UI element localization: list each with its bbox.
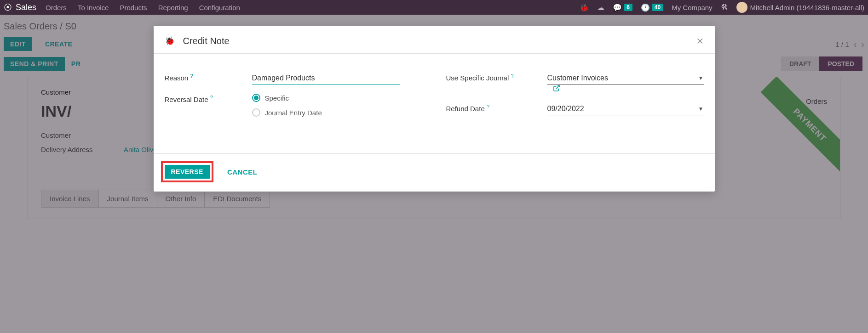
- help-icon[interactable]: ?: [487, 104, 489, 109]
- main-menu: Orders To Invoice Products Reporting Con…: [46, 4, 240, 11]
- activities-count: 40: [652, 4, 663, 11]
- refund-date-input[interactable]: 09/20/2022 ▼: [547, 103, 704, 115]
- journal-select[interactable]: Customer Invoices ▼: [547, 72, 704, 85]
- help-icon[interactable]: ?: [210, 95, 213, 100]
- specific-journal-label: Use Specific Journal: [446, 74, 509, 82]
- cancel-button[interactable]: CANCEL: [221, 161, 264, 182]
- help-icon[interactable]: ?: [190, 73, 193, 79]
- menu-reporting[interactable]: Reporting: [158, 4, 188, 11]
- credit-note-modal: 🐞 Credit Note × Reason ?: [154, 26, 715, 192]
- reason-input[interactable]: [252, 72, 400, 85]
- app-switcher[interactable]: ⦿ Sales: [4, 3, 36, 12]
- chevron-down-icon: ▼: [698, 75, 704, 81]
- company-name[interactable]: My Company: [672, 4, 712, 11]
- modal-overlay: 🐞 Credit Note × Reason ?: [0, 15, 868, 333]
- bug-icon[interactable]: 🐞: [580, 3, 589, 12]
- menu-configuration[interactable]: Configuration: [199, 4, 240, 11]
- app-name: Sales: [16, 3, 36, 12]
- top-navbar: ⦿ Sales Orders To Invoice Products Repor…: [0, 0, 868, 15]
- chevron-down-icon: ▼: [698, 106, 704, 112]
- apps-icon: ⦿: [4, 3, 12, 12]
- menu-products[interactable]: Products: [120, 4, 147, 11]
- close-icon[interactable]: ×: [696, 35, 703, 47]
- user-menu[interactable]: Mitchell Admin (19441836-master-all): [736, 2, 864, 13]
- support-icon[interactable]: ☁: [597, 3, 604, 12]
- modal-title: Credit Note: [183, 36, 230, 46]
- menu-to-invoice[interactable]: To Invoice: [78, 4, 109, 11]
- activities-indicator[interactable]: 🕐 40: [641, 3, 663, 12]
- external-link-icon[interactable]: [553, 85, 560, 94]
- reversal-date-label: Reversal Date: [165, 96, 208, 103]
- radio-dot-icon: [252, 108, 260, 117]
- page-content: Sales Orders / S0 EDIT CREATE 1 / 1 ‹ › …: [0, 15, 868, 333]
- radio-dot-icon: [252, 94, 260, 102]
- reason-label: Reason: [165, 74, 189, 82]
- avatar: [736, 2, 747, 13]
- bug-icon[interactable]: 🐞: [165, 36, 175, 46]
- svg-line-0: [556, 85, 559, 89]
- chat-icon: 💬: [613, 3, 622, 12]
- reverse-button[interactable]: REVERSE: [165, 165, 210, 179]
- tools-icon[interactable]: 🛠: [721, 3, 728, 11]
- menu-orders[interactable]: Orders: [46, 4, 67, 11]
- messages-indicator[interactable]: 💬 6: [613, 3, 632, 12]
- radio-specific[interactable]: Specific: [252, 94, 400, 102]
- user-name: Mitchell Admin (19441836-master-all): [750, 4, 864, 11]
- radio-journal-entry[interactable]: Journal Entry Date: [252, 108, 400, 117]
- radio-specific-label: Specific: [265, 94, 289, 102]
- clock-icon: 🕐: [641, 3, 650, 12]
- refund-date-label: Refund Date: [446, 105, 485, 113]
- journal-select-value: Customer Invoices: [547, 74, 609, 82]
- help-icon[interactable]: ?: [511, 73, 513, 79]
- highlight-box: REVERSE: [161, 161, 213, 182]
- refund-date-value: 09/20/2022: [547, 105, 584, 113]
- radio-journal-label: Journal Entry Date: [265, 109, 322, 117]
- messages-count: 6: [624, 4, 632, 11]
